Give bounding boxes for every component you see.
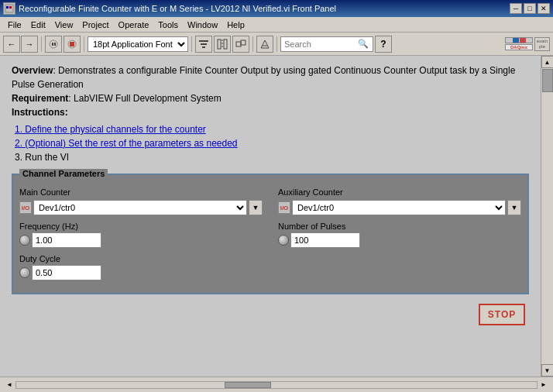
menu-file[interactable]: File — [3, 19, 26, 31]
menu-window[interactable]: Window — [183, 19, 222, 31]
search-icon[interactable]: 🔍 — [357, 38, 369, 50]
svg-rect-4 — [52, 43, 53, 46]
menu-edit[interactable]: Edit — [26, 19, 50, 31]
minimize-button[interactable]: ─ — [510, 3, 522, 14]
svg-rect-9 — [201, 43, 207, 45]
num-pulses-input-row — [278, 232, 521, 248]
svg-rect-12 — [224, 40, 227, 49]
svg-rect-1 — [6, 6, 9, 9]
num-pulses-input[interactable] — [290, 232, 360, 248]
window-controls: ─ □ ✕ — [510, 3, 550, 14]
num-pulses-label: Number of Pulses — [278, 222, 521, 231]
scroll-down-arrow[interactable]: ▼ — [541, 364, 554, 377]
instructions-list: 1. Define the physical channels for the … — [12, 122, 529, 164]
back-button[interactable]: ← — [3, 36, 20, 53]
abort-button[interactable] — [64, 36, 81, 53]
main-counter-label: Main Counter — [19, 187, 263, 197]
instructions-label: Instructions: — [12, 107, 68, 118]
overview-label: Overview — [12, 65, 53, 76]
main-counter-dropdown-arrow[interactable]: ▼ — [249, 200, 263, 215]
duty-cycle-input[interactable] — [32, 265, 101, 280]
status-scroll-track[interactable] — [15, 381, 538, 389]
main-counter-dropdown-row: I/O Dev1/ctr0 ▼ — [19, 200, 263, 215]
menu-tools[interactable]: Tools — [153, 19, 183, 31]
menu-operate[interactable]: Operate — [114, 19, 154, 31]
ni-logo-area: DAQmx example — [505, 37, 550, 51]
overview-section: Overview: Demonstrates a configurable Fi… — [12, 64, 529, 164]
toolbar-sep-1 — [41, 36, 42, 52]
main-counter-col: Main Counter I/O Dev1/ctr0 ▼ Frequency (… — [19, 187, 263, 287]
channel-panel-title: Channel Parameters — [19, 169, 108, 178]
status-bar: ◄ ► — [0, 377, 553, 392]
toolbar: ← → 18pt Application Font — [0, 33, 553, 56]
num-pulses-knob[interactable] — [278, 235, 289, 246]
content-panel: Overview: Demonstrates a configurable Fi… — [0, 56, 541, 377]
frequency-group: Frequency (Hz) — [19, 222, 263, 248]
menu-help[interactable]: Help — [222, 19, 249, 31]
resize-button[interactable] — [232, 36, 249, 53]
right-scrollbar: ▲ ▼ — [541, 56, 553, 377]
aux-counter-col: Auxiliary Counter I/O Dev1/ctr0 ▼ Number… — [278, 187, 521, 287]
svg-rect-10 — [202, 46, 205, 48]
menu-view[interactable]: View — [50, 19, 78, 31]
aux-counter-io-icon: I/O — [278, 201, 290, 214]
distribute-button[interactable] — [214, 36, 231, 53]
svg-rect-11 — [218, 40, 221, 49]
search-input[interactable] — [284, 40, 354, 49]
menu-project[interactable]: Project — [77, 19, 113, 31]
toolbar-nav-group: ← → — [3, 36, 38, 53]
close-button[interactable]: ✕ — [538, 3, 550, 14]
scroll-up-arrow[interactable]: ▲ — [541, 56, 554, 68]
instruction-1[interactable]: 1. Define the physical channels for the … — [15, 122, 529, 136]
toolbar-sep-5 — [276, 36, 277, 52]
align-button[interactable] — [195, 36, 212, 53]
overview-text: : Demonstrates a configurable Finite Cou… — [12, 65, 515, 90]
aux-counter-dropdown-row: I/O Dev1/ctr0 ▼ — [278, 200, 521, 215]
status-scroll-right[interactable]: ► — [538, 379, 550, 391]
svg-rect-14 — [236, 42, 241, 46]
instruction-2[interactable]: 2. (Optional) Set the rest of the parame… — [15, 136, 529, 150]
aux-counter-label: Auxiliary Counter — [278, 187, 521, 197]
stop-button[interactable]: STOP — [479, 304, 525, 325]
aux-counter-dropdown-arrow[interactable]: ▼ — [507, 200, 521, 215]
svg-rect-7 — [70, 42, 74, 46]
channel-panel: Channel Parameters Main Counter I/O Dev1… — [12, 174, 529, 294]
aux-counter-select[interactable]: Dev1/ctr0 — [292, 200, 506, 215]
search-box[interactable]: 🔍 — [280, 36, 373, 52]
status-scroll-thumb[interactable] — [225, 382, 271, 388]
toolbar-sep-4 — [252, 36, 253, 52]
scroll-track[interactable] — [541, 68, 554, 364]
run-button[interactable] — [45, 36, 62, 53]
main-counter-io-icon: I/O — [19, 201, 32, 214]
help-button[interactable]: ? — [375, 36, 392, 53]
toolbar-sep-2 — [84, 36, 84, 52]
toolbar-sep-3 — [191, 36, 192, 52]
duty-cycle-knob[interactable] — [19, 267, 30, 278]
ni-toolbar-icon-1 — [505, 37, 533, 43]
duty-cycle-group: Duty Cycle — [19, 254, 263, 280]
clean-button[interactable] — [256, 36, 273, 53]
window-title: Reconfigurable Finite Counter with E or … — [19, 4, 510, 13]
frequency-input[interactable] — [32, 232, 101, 248]
num-pulses-group: Number of Pulses — [278, 222, 521, 248]
duty-cycle-label: Duty Cycle — [19, 254, 263, 263]
menu-bar: File Edit View Project Operate Tools Win… — [0, 17, 553, 33]
requirement-label: Requirement — [12, 93, 68, 104]
frequency-label: Frequency (Hz) — [19, 222, 263, 231]
svg-rect-8 — [199, 40, 208, 42]
svg-rect-15 — [241, 40, 246, 45]
requirement-text: : LabVIEW Full Development System — [68, 93, 221, 104]
duty-cycle-input-row — [19, 265, 263, 280]
maximize-button[interactable]: □ — [524, 3, 536, 14]
frequency-input-row — [19, 232, 263, 248]
ni-daqmx-label: DAQmx — [505, 44, 533, 50]
scroll-thumb[interactable] — [542, 69, 553, 92]
main-area: Overview: Demonstrates a configurable Fi… — [0, 56, 553, 377]
svg-rect-2 — [9, 6, 12, 9]
channel-columns: Main Counter I/O Dev1/ctr0 ▼ Frequency (… — [19, 187, 521, 287]
font-selector[interactable]: 18pt Application Font — [88, 36, 188, 52]
main-counter-select[interactable]: Dev1/ctr0 — [33, 200, 247, 215]
status-scroll-left[interactable]: ◄ — [3, 379, 15, 391]
frequency-knob[interactable] — [19, 235, 30, 246]
forward-button[interactable]: → — [21, 36, 38, 53]
